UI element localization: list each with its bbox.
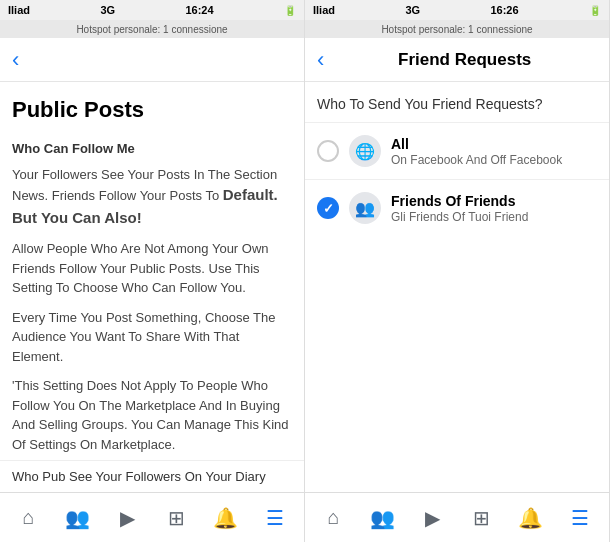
right-battery: 🔋 [589, 5, 601, 16]
left-body-text-2: Allow People Who Are Not Among Your Own … [12, 239, 292, 298]
left-body-text-4: 'This Setting Does Not Apply To People W… [12, 376, 292, 454]
left-hotspot-bar: Hotspot personale: 1 connessione [0, 20, 304, 38]
tab-group-right[interactable]: ⊞ [457, 506, 506, 530]
tab-video-left[interactable]: ▶ [103, 506, 152, 530]
left-tab-bar: ⌂ 👥 ▶ ⊞ 🔔 ☰ [0, 492, 304, 542]
fr-all-title: All [391, 136, 597, 152]
tab-menu-left[interactable]: ☰ [251, 506, 300, 530]
left-carrier: Iliad [8, 4, 30, 16]
left-network: 3G [100, 4, 115, 16]
right-status-bar: Iliad 3G 16:26 🔋 [305, 0, 609, 20]
tab-home-left[interactable]: ⌂ [4, 506, 53, 529]
fr-fof-subtitle: Gli Friends Of Tuoi Friend [391, 210, 597, 224]
left-scroll-hint: Who Pub See Your Followers On Your Diary [0, 460, 304, 492]
tab-group-left[interactable]: ⊞ [152, 506, 201, 530]
fr-all-subtitle: On Facebook And Off Facebook [391, 153, 597, 167]
fr-all-text: All On Facebook And Off Facebook [391, 136, 597, 167]
right-nav-title: Friend Requests [332, 50, 597, 70]
left-content: Public Posts Who Can Follow Me Your Foll… [0, 82, 304, 460]
right-time: 16:26 [490, 4, 518, 16]
tab-video-right[interactable]: ▶ [408, 506, 457, 530]
fr-fof-text: Friends Of Friends Gli Friends Of Tuoi F… [391, 193, 597, 224]
fr-option-all[interactable]: 🌐 All On Facebook And Off Facebook [305, 122, 609, 179]
menu-icon-right: ☰ [571, 506, 589, 530]
tab-people-left[interactable]: 👥 [53, 506, 102, 530]
fr-radio-check-icon: ✓ [323, 201, 334, 216]
fr-fof-title: Friends Of Friends [391, 193, 597, 209]
bell-icon-right: 🔔 [518, 506, 543, 530]
right-hotspot-bar: Hotspot personale: 1 connessione [305, 20, 609, 38]
group-icon-left: ⊞ [168, 506, 185, 530]
menu-icon-left: ☰ [266, 506, 284, 530]
tab-home-right[interactable]: ⌂ [309, 506, 358, 529]
fr-radio-all[interactable] [317, 140, 339, 162]
home-icon-left: ⌂ [23, 506, 35, 529]
right-network: 3G [405, 4, 420, 16]
right-panel: Iliad 3G 16:26 🔋 Hotspot personale: 1 co… [305, 0, 610, 542]
left-body-text-3: Every Time You Post Something, Choose Th… [12, 308, 292, 367]
right-back-button[interactable]: ‹ [317, 47, 324, 73]
video-icon-right: ▶ [425, 506, 440, 530]
left-battery: 🔋 [284, 5, 296, 16]
fr-all-icon: 🌐 [349, 135, 381, 167]
left-body-text-1: Your Followers See Your Posts In The Sec… [12, 165, 292, 230]
fr-option-fof[interactable]: ✓ 👥 Friends Of Friends Gli Friends Of Tu… [305, 179, 609, 236]
left-back-button[interactable]: ‹ [12, 47, 19, 73]
tab-menu-right[interactable]: ☰ [556, 506, 605, 530]
people-icon-left: 👥 [65, 506, 90, 530]
friend-request-question: Who To Send You Friend Requests? [305, 82, 609, 122]
fr-fof-icon: 👥 [349, 192, 381, 224]
tab-bell-left[interactable]: 🔔 [201, 506, 250, 530]
tab-bell-right[interactable]: 🔔 [506, 506, 555, 530]
left-status-bar: Iliad 3G 16:24 🔋 [0, 0, 304, 20]
people-icon-right: 👥 [370, 506, 395, 530]
right-tab-bar: ⌂ 👥 ▶ ⊞ 🔔 ☰ [305, 492, 609, 542]
left-page-title: Public Posts [12, 94, 292, 126]
left-section-label: Who Can Follow Me [12, 140, 292, 159]
right-carrier: Iliad [313, 4, 335, 16]
left-time: 16:24 [185, 4, 213, 16]
bell-icon-left: 🔔 [213, 506, 238, 530]
tab-people-right[interactable]: 👥 [358, 506, 407, 530]
group-icon-right: ⊞ [473, 506, 490, 530]
left-nav-header: ‹ [0, 38, 304, 82]
right-nav-header: ‹ Friend Requests [305, 38, 609, 82]
left-hotspot-text: Hotspot personale: 1 connessione [76, 24, 227, 35]
home-icon-right: ⌂ [328, 506, 340, 529]
right-content-area: Who To Send You Friend Requests? 🌐 All O… [305, 82, 609, 492]
left-panel: Iliad 3G 16:24 🔋 Hotspot personale: 1 co… [0, 0, 305, 542]
fr-radio-fof[interactable]: ✓ [317, 197, 339, 219]
right-hotspot-text: Hotspot personale: 1 connessione [381, 24, 532, 35]
video-icon-left: ▶ [120, 506, 135, 530]
